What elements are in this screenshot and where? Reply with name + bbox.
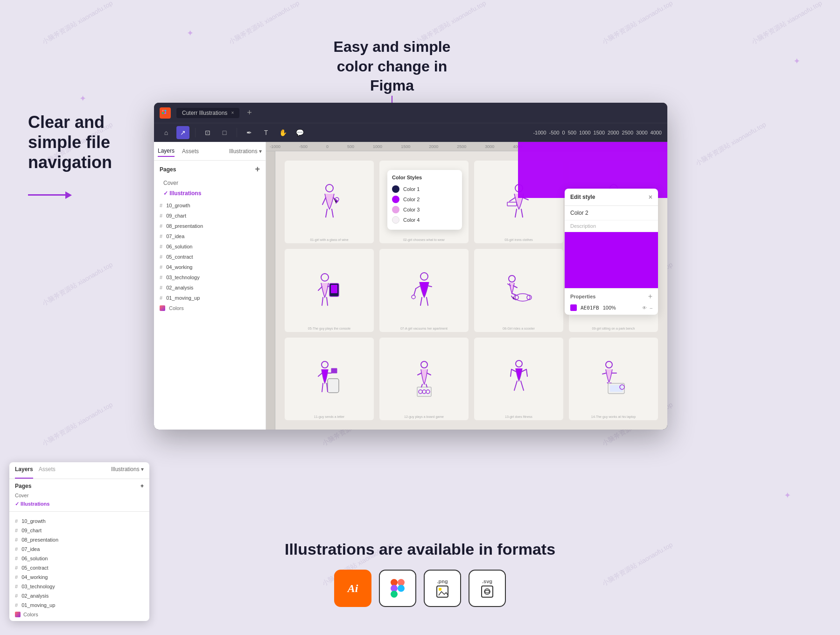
layers-bg-item-08[interactable]: # 08_presentation xyxy=(15,535,144,544)
page-cover[interactable]: Cover xyxy=(154,178,266,188)
layers-bg-pages-add[interactable]: + xyxy=(140,483,144,489)
figma-canvas: -1000 -500 0 500 1000 1500 2000 2500 300… xyxy=(266,142,667,430)
panel-tabs: Layers Assets Illustrations ▾ xyxy=(154,142,266,161)
layers-bg-item-05[interactable]: # 05_contract xyxy=(15,563,144,572)
assets-tab[interactable]: Assets xyxy=(182,146,199,156)
tool-shape-icon[interactable]: □ xyxy=(218,126,231,139)
layers-bg-cover[interactable]: Cover xyxy=(15,491,144,500)
arrow-head xyxy=(65,191,72,199)
layers-bg-colors-item[interactable]: Colors xyxy=(15,610,144,619)
tool-frame-icon[interactable]: ⊡ xyxy=(201,126,214,139)
ruler-mark: 1000 xyxy=(373,144,382,149)
illus-label-07: 07-A girl vacuums her apartment xyxy=(400,327,448,330)
layers-list: # 10_growth # 09_chart # 08_presentation… xyxy=(154,198,266,430)
layer-label: 04_working xyxy=(166,264,192,270)
ruler-mark: 2000 xyxy=(429,144,438,149)
layers-bg-assets-tab[interactable]: Assets xyxy=(39,466,56,479)
zoom-label-2: -500 xyxy=(549,130,560,135)
svg-rect-43 xyxy=(391,591,398,598)
layer-label: 09_chart xyxy=(166,213,186,219)
properties-add-button[interactable]: + xyxy=(648,292,652,301)
layer-name: 04_working xyxy=(21,574,48,580)
layers-bg-pages-header: Pages + xyxy=(9,479,149,491)
illustration-cell-01: 01-girl with a glass of wine xyxy=(285,161,374,243)
layer-01-moving-up[interactable]: # 01_moving_up xyxy=(154,293,266,303)
pages-add-button[interactable]: + xyxy=(255,164,260,174)
hashtag-icon: # xyxy=(15,546,18,552)
layer-label: 05_contract xyxy=(166,254,193,260)
layers-bg-item-02[interactable]: # 02_analysis xyxy=(15,591,144,600)
top-section-title: Easy and simple color change in Figma xyxy=(317,37,467,96)
zoom-label-3: 0 xyxy=(562,130,565,135)
ruler-mark: 0 xyxy=(326,144,329,149)
main-content: 小脑斧资源站 xiaonaofu.top 小脑斧资源站 xiaonaofu.to… xyxy=(0,0,840,635)
illustrations-tab[interactable]: Illustrations ▾ xyxy=(229,148,262,155)
cs-color-2-item[interactable]: Color 2 xyxy=(392,194,457,205)
layer-10-growth[interactable]: # 10_growth xyxy=(154,200,266,211)
edit-style-color-name[interactable]: Color 2 xyxy=(565,206,658,220)
hashtag-icon: # xyxy=(160,233,162,239)
edit-style-description[interactable]: Description xyxy=(565,220,658,232)
page-illustrations[interactable]: Illustrations xyxy=(154,188,266,198)
layers-bg-item-03[interactable]: # 03_technology xyxy=(15,582,144,591)
hashtag-icon: # xyxy=(160,285,162,290)
tool-home-icon[interactable]: ⌂ xyxy=(160,126,173,139)
hashtag-icon: # xyxy=(160,275,162,280)
figma-tab-illustrations[interactable]: Cuterr Illustrations × xyxy=(176,108,239,118)
figma-tab-close-icon[interactable]: × xyxy=(231,110,234,115)
cs-color-3-item[interactable]: Color 3 xyxy=(392,205,457,215)
layer-07-idea[interactable]: # 07_idea xyxy=(154,231,266,241)
layer-02-analysis[interactable]: # 02_analysis xyxy=(154,282,266,293)
prop-icons: 👁 – xyxy=(642,305,652,310)
figma-add-tab-button[interactable]: + xyxy=(245,108,254,118)
illus-label-14: 14-The guy works at his laptop xyxy=(591,415,636,418)
layers-bg-item-04[interactable]: # 04_working xyxy=(15,572,144,582)
hashtag-icon: # xyxy=(160,295,162,301)
layers-bg-illus-tab[interactable]: Illustrations ▾ xyxy=(111,466,144,479)
figma-titlebar: Cuterr Illustrations × + xyxy=(154,103,667,123)
tool-text-icon[interactable]: T xyxy=(259,126,273,139)
cs-color-1-item[interactable]: Color 1 xyxy=(392,184,457,194)
layers-tab[interactable]: Layers xyxy=(158,146,175,157)
zoom-label-9: 3000 xyxy=(636,130,647,135)
bottom-title: Illustrations are available in formats xyxy=(285,540,555,558)
prop-hex-value: AE01FB xyxy=(581,305,599,311)
cs-color-2-dot xyxy=(392,196,399,203)
layer-colors[interactable]: Colors xyxy=(154,303,266,313)
illustration-cell-05: 05-The guy plays the console xyxy=(285,249,374,332)
layer-06-solution[interactable]: # 06_solution xyxy=(154,241,266,252)
cs-color-4-item[interactable]: Color 4 xyxy=(392,215,457,225)
figma-window: Cuterr Illustrations × + ⌂ ↗ ⊡ □ ✒ T ✋ 💬… xyxy=(154,103,667,430)
layers-bg-item-07[interactable]: # 07_idea xyxy=(15,544,144,554)
layers-bg-item-09[interactable]: # 09_chart xyxy=(15,526,144,535)
illus-label-11: 11-guy sends a letter xyxy=(314,415,344,418)
layer-label: 06_solution xyxy=(166,244,192,249)
layer-label: Colors xyxy=(169,305,184,311)
edit-style-close-button[interactable]: × xyxy=(649,193,652,201)
layer-name: 03_technology xyxy=(21,584,55,589)
layer-03-technology[interactable]: # 03_technology xyxy=(154,272,266,282)
tool-comment-icon[interactable]: 💬 xyxy=(293,126,306,139)
layers-bg-item-06[interactable]: # 06_solution xyxy=(15,554,144,563)
tool-select-icon[interactable]: ↗ xyxy=(176,126,189,139)
layers-bg-item-01[interactable]: # 01_moving_up xyxy=(15,600,144,610)
layers-bg-illustrations[interactable]: Illustrations xyxy=(15,500,144,508)
tool-pen-icon[interactable]: ✒ xyxy=(243,126,256,139)
layer-04-working[interactable]: # 04_working xyxy=(154,262,266,272)
layer-08-presentation[interactable]: # 08_presentation xyxy=(154,221,266,231)
layers-bg-item-10[interactable]: # 10_growth xyxy=(15,516,144,526)
layers-bg-layers-tab[interactable]: Layers xyxy=(15,466,33,479)
layer-05-contract[interactable]: # 05_contract xyxy=(154,252,266,262)
prop-minus-icon[interactable]: – xyxy=(650,305,652,310)
property-row: AE01FB 100% 👁 – xyxy=(570,304,652,311)
hashtag-icon: # xyxy=(160,213,162,219)
prop-eye-icon[interactable]: 👁 xyxy=(642,305,647,310)
properties-label: Properties xyxy=(570,294,595,299)
ruler-mark: 500 xyxy=(347,144,354,149)
prop-opacity-value: 100% xyxy=(603,305,616,310)
layer-09-chart[interactable]: # 09_chart xyxy=(154,211,266,221)
tool-hand-icon[interactable]: ✋ xyxy=(276,126,289,139)
cs-color-4-dot xyxy=(392,216,399,224)
prop-color-swatch[interactable] xyxy=(570,304,577,311)
hashtag-icon: # xyxy=(15,537,18,543)
